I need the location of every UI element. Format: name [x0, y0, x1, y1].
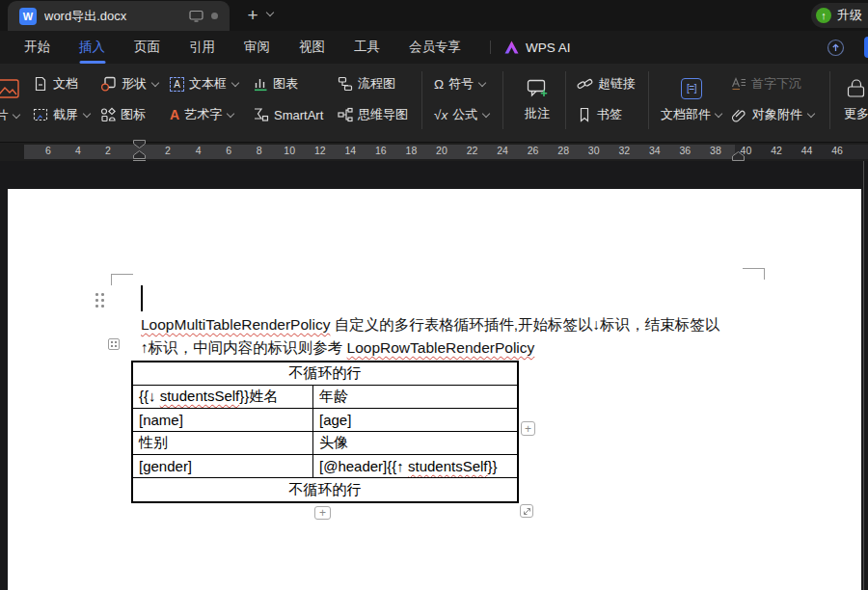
text-cursor: [141, 285, 143, 311]
ribbon-divider: [829, 71, 830, 129]
table-row: [gender] [@header]{{↑ studentsSelf}}: [133, 455, 517, 478]
tab-reference[interactable]: 引用: [189, 39, 215, 56]
smartart-icon: [253, 107, 269, 122]
ribbon-button-shapes[interactable]: 形状: [100, 71, 159, 96]
ribbon: 片 文档 形状 A 文本框 图表: [0, 64, 868, 143]
ruler-number: 6: [45, 144, 51, 158]
tab-list-chevron-icon[interactable]: [266, 10, 274, 17]
right-indent-marker[interactable]: [732, 151, 745, 161]
table-cell[interactable]: [@header]{{↑ studentsSelf}}: [313, 455, 517, 477]
ribbon-button-dropcap: 首字下沉: [731, 71, 801, 96]
table-cell[interactable]: 年龄: [313, 386, 517, 408]
ribbon-button-label: 公式: [452, 106, 477, 123]
scrollbar-edge[interactable]: [863, 161, 864, 590]
ribbon-button-document[interactable]: 文档: [33, 71, 78, 96]
ribbon-button-label: 思维导图: [358, 106, 408, 123]
table-select-handle[interactable]: [108, 338, 120, 350]
table-resize-handle[interactable]: [520, 504, 533, 518]
paragraph-line[interactable]: LoopMultiTableRenderPolicy 自定义的多行表格循环插件,…: [141, 315, 719, 336]
ribbon-button-label: 书签: [597, 106, 622, 123]
table-row[interactable]: 不循环的行: [133, 478, 517, 501]
chevron-down-icon: [151, 80, 159, 88]
ribbon-button-more[interactable]: 更多: [835, 69, 868, 131]
ribbon-button-chart[interactable]: 图表: [253, 71, 298, 96]
content-table: 不循环的行 {{↓ studentsSelf}}姓名 年龄 [name] [ag…: [131, 361, 519, 503]
chevron-down-icon: [478, 80, 486, 88]
menubar: 开始 插入 页面 引用 审阅 视图 工具 会员专享 WPS AI: [0, 31, 868, 64]
ribbon-button-docpart[interactable]: [=] 文档部件: [654, 69, 729, 131]
tab-wps-ai[interactable]: WPS AI: [504, 40, 571, 55]
ribbon-button-attachment[interactable]: 对象附件: [731, 102, 815, 127]
upgrade-arrow-icon: ↑: [816, 8, 831, 23]
bookmark-icon: [577, 107, 592, 122]
icon-library-icon: [100, 107, 116, 122]
ribbon-button-icons[interactable]: 图标: [100, 102, 146, 127]
paragraph-drag-handle[interactable]: [95, 293, 106, 308]
table-cell[interactable]: {{↓ studentsSelf}}姓名: [133, 386, 313, 408]
table-cell[interactable]: 性别: [133, 432, 313, 454]
table-cell[interactable]: [gender]: [133, 455, 313, 477]
table-cell[interactable]: [name]: [133, 409, 313, 431]
share-button-partial[interactable]: [864, 37, 868, 58]
ribbon-button-label: 艺术字: [184, 106, 222, 123]
chevron-down-icon: [231, 80, 239, 88]
ribbon-button-label: 文档: [53, 75, 78, 93]
new-tab-button[interactable]: +: [243, 4, 262, 27]
picture-icon: [0, 77, 20, 100]
shapes-icon: [100, 76, 117, 92]
ruler-number: 4: [196, 144, 202, 158]
wps-ai-label: WPS AI: [526, 40, 571, 55]
add-column-button[interactable]: +: [521, 421, 535, 436]
upgrade-label: 升级: [837, 7, 862, 24]
ribbon-button-label: 图表: [273, 75, 298, 93]
table-cell[interactable]: 头像: [313, 432, 517, 454]
symbol-icon: Ω: [434, 77, 444, 92]
chart-icon: [253, 76, 268, 92]
ribbon-button-label: 首字下沉: [751, 75, 801, 93]
ribbon-button-label: 更多: [844, 105, 868, 122]
ribbon-button-textbox[interactable]: A 文本框: [170, 71, 239, 96]
ribbon-button-symbol[interactable]: Ω 符号: [434, 71, 486, 96]
ruler-number: 24: [497, 144, 508, 158]
add-row-button[interactable]: +: [314, 506, 331, 520]
table-row[interactable]: 不循环的行: [133, 362, 517, 386]
tab-title: word导出.docx: [44, 8, 181, 25]
table-row: 性别 头像: [133, 432, 517, 455]
tab-member[interactable]: 会员专享: [409, 39, 461, 56]
unsaved-dot-icon: [211, 13, 218, 19]
paragraph-line[interactable]: ↑标识，中间内容的标识则参考 LoopRowTableRenderPolicy: [141, 338, 534, 360]
tab-page[interactable]: 页面: [134, 39, 160, 56]
ribbon-button-label: 符号: [448, 75, 474, 93]
ruler-number: 42: [771, 144, 782, 158]
tab-insert[interactable]: 插入: [79, 39, 105, 56]
document-area: LoopMultiTableRenderPolicy 自定义的多行表格循环插件,…: [0, 161, 868, 590]
ribbon-button-hyperlink[interactable]: 超链接: [577, 71, 636, 96]
ribbon-button-flowchart[interactable]: 流程图: [338, 71, 395, 96]
tab-review[interactable]: 审阅: [244, 39, 270, 56]
text-boundary-mark-topleft: [111, 274, 133, 285]
tab-view[interactable]: 视图: [299, 39, 325, 56]
first-line-indent-marker[interactable]: [133, 140, 146, 148]
cloud-sync-button[interactable]: [827, 39, 845, 57]
ribbon-button-picture[interactable]: 片: [0, 69, 37, 131]
tab-tools[interactable]: 工具: [354, 39, 380, 56]
chevron-down-icon: [227, 111, 234, 119]
ribbon-button-comment[interactable]: 批注: [513, 69, 561, 131]
logo-letter: W: [23, 11, 33, 22]
ribbon-button-screenshot[interactable]: 截屏: [33, 102, 91, 127]
tab-home[interactable]: 开始: [24, 39, 50, 56]
ribbon-button-label: 文本框: [189, 75, 227, 93]
docpart-icon: [=]: [681, 78, 702, 99]
ribbon-button-bookmark[interactable]: 书签: [577, 102, 622, 127]
ribbon-button-mindmap[interactable]: 思维导图: [338, 102, 408, 127]
document-tab[interactable]: W word导出.docx: [8, 1, 230, 31]
ribbon-button-label: 截屏: [53, 106, 78, 123]
ruler-number: 34: [649, 144, 661, 158]
ribbon-button-smartart[interactable]: SmartArt: [253, 102, 323, 127]
upgrade-button[interactable]: ↑ 升级: [811, 3, 868, 28]
ribbon-button-wordart[interactable]: A 艺术字: [170, 102, 234, 127]
ribbon-button-formula[interactable]: √x 公式: [434, 102, 490, 127]
table-cell[interactable]: [age]: [313, 409, 517, 431]
text-boundary-mark-topright: [743, 268, 765, 280]
ruler-number: 16: [375, 144, 387, 158]
